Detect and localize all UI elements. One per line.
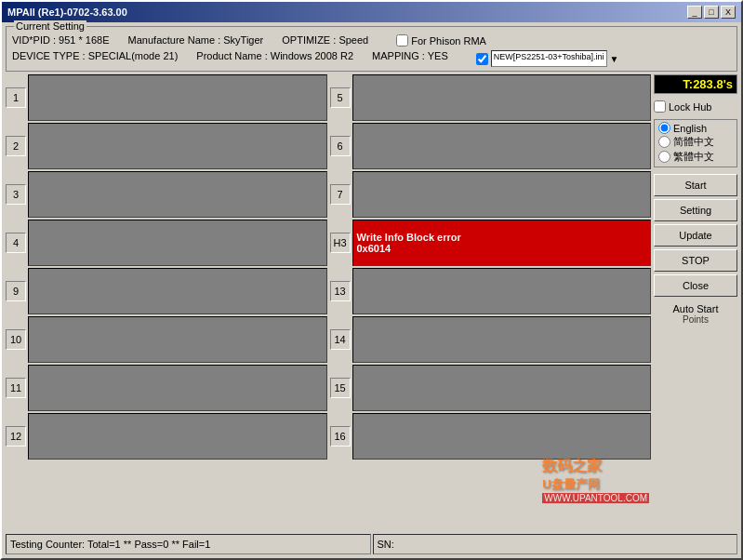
slot-row-h3: H3 Write Info Block error 0x6014: [330, 220, 652, 266]
timer-display: T:283.8's: [654, 74, 737, 94]
slot-row-1: 1: [6, 74, 327, 121]
left-slot-column: 1 2 3 4: [6, 74, 327, 531]
slot-button-h3[interactable]: H3: [330, 233, 351, 253]
slot-button-4[interactable]: 4: [6, 233, 26, 253]
slot-bar-11: [28, 365, 327, 411]
slot-button-11[interactable]: 11: [6, 378, 26, 398]
slot-bar-2: [28, 123, 327, 169]
slot-button-7[interactable]: 7: [330, 184, 351, 205]
radio-english-label: English: [673, 123, 707, 134]
slot-bar-13: [352, 268, 652, 314]
auto-start-sub: Points: [654, 314, 737, 325]
start-button[interactable]: Start: [654, 174, 737, 196]
panel-title: Current Setting: [14, 20, 86, 32]
info-row-2: DEVICE TYPE : SPECIAL(mode 21) Product N…: [12, 50, 731, 67]
slot-row-10: 10: [6, 316, 327, 363]
slot-button-1[interactable]: 1: [6, 87, 26, 108]
slot-button-10[interactable]: 10: [6, 329, 26, 350]
slot-button-9[interactable]: 9: [6, 281, 26, 301]
vid-pid: VID*PID : 951 * 168E: [12, 34, 110, 47]
slot-bar-5: [352, 74, 652, 121]
error-line1: Write Info Block error: [357, 232, 647, 243]
language-group: English 简體中文 繁體中文: [654, 119, 737, 167]
optimize: OPTIMIZE : Speed: [282, 34, 368, 47]
setting-button[interactable]: Setting: [654, 199, 737, 221]
info-row-1: VID*PID : 951 * 168E Manufacture Name : …: [12, 34, 731, 47]
right-slot-column: 5 6 7 H3 Write Info Block error: [330, 74, 652, 531]
slot-button-16[interactable]: 16: [330, 426, 351, 447]
slot-bar-10: [28, 316, 327, 363]
slot-row-7: 7: [330, 171, 652, 218]
slot-bar-15: [352, 365, 652, 411]
slot-row-4: 4: [6, 220, 327, 266]
main-window: MPAll (Re1)-0702-3.63.00 _ □ X Current S…: [0, 0, 743, 560]
slot-bar-3: [28, 171, 327, 218]
lock-hub-label: Lock Hub: [669, 101, 711, 113]
slot-bar-12: [28, 413, 327, 460]
radio-traditional-input[interactable]: [658, 151, 670, 163]
slot-row-2: 2: [6, 123, 327, 169]
minimize-button[interactable]: _: [687, 6, 702, 19]
window-title: MPAll (Re1)-0702-3.63.00: [7, 7, 127, 18]
auto-start-label: Auto Start: [654, 303, 737, 314]
slot-bar-16: [352, 413, 652, 460]
ini-dropdown[interactable]: NEW[PS2251-03+Toshiba].ini: [491, 50, 607, 67]
slot-button-5[interactable]: 5: [330, 87, 351, 108]
auto-start-area: Auto Start Points: [654, 303, 737, 325]
slot-button-14[interactable]: 14: [330, 329, 351, 350]
slot-button-13[interactable]: 13: [330, 281, 351, 301]
slot-bar-9: [28, 268, 327, 314]
slot-button-12[interactable]: 12: [6, 426, 26, 447]
lock-hub-row: Lock Hub: [654, 100, 737, 113]
slot-row-3: 3: [6, 171, 327, 218]
update-button[interactable]: Update: [654, 224, 737, 247]
status-bar: Testing Counter: Total=1 ** Pass=0 ** Fa…: [6, 534, 737, 554]
status-sn: SN:: [373, 534, 738, 554]
slot-bar-1: [28, 74, 327, 121]
radio-english-input[interactable]: [658, 122, 670, 134]
for-phison-rma-checkbox[interactable]: [396, 34, 408, 47]
maximize-button[interactable]: □: [704, 6, 719, 19]
mapping: MAPPING : YES: [372, 50, 448, 67]
slot-bar-14: [352, 316, 652, 363]
slot-bar-h3: Write Info Block error 0x6014: [352, 220, 652, 266]
radio-simplified-label: 简體中文: [673, 135, 714, 149]
status-counter: Testing Counter: Total=1 ** Pass=0 ** Fa…: [6, 534, 371, 554]
stop-button[interactable]: STOP: [654, 249, 737, 272]
slot-row-16: 16: [330, 413, 652, 460]
slot-button-15[interactable]: 15: [330, 378, 351, 398]
close-button[interactable]: X: [721, 6, 736, 19]
action-buttons: Start Setting Update STOP Close: [654, 174, 737, 297]
for-phison-rma-label: For Phison RMA: [411, 35, 486, 47]
main-area: 1 2 3 4: [6, 74, 737, 531]
dropdown-checkbox[interactable]: [476, 53, 488, 65]
slot-button-3[interactable]: 3: [6, 184, 26, 205]
radio-simplified-input[interactable]: [658, 136, 670, 148]
slot-button-2[interactable]: 2: [6, 136, 26, 156]
slot-row-12: 12: [6, 413, 327, 460]
window-controls: _ □ X: [687, 6, 736, 19]
radio-traditional: 繁體中文: [658, 150, 733, 164]
slot-row-5: 5: [330, 74, 652, 121]
slot-row-14: 14: [330, 316, 652, 363]
radio-traditional-label: 繁體中文: [673, 150, 714, 164]
current-setting-panel: Current Setting VID*PID : 951 * 168E Man…: [6, 26, 737, 72]
slot-row-13: 13: [330, 268, 652, 314]
slot-row-15: 15: [330, 365, 652, 411]
slot-row-9: 9: [6, 268, 327, 314]
product-name: Product Name : Windows 2008 R2: [196, 50, 353, 67]
manufacture-name: Manufacture Name : SkyTiger: [128, 34, 264, 47]
right-control-panel: T:283.8's Lock Hub English 简體中文: [654, 74, 737, 531]
close-button-main[interactable]: Close: [654, 274, 737, 297]
window-content: Current Setting VID*PID : 951 * 168E Man…: [2, 22, 741, 558]
lock-hub-checkbox[interactable]: [654, 100, 666, 113]
slot-row-11: 11: [6, 365, 327, 411]
slot-row-6: 6: [330, 123, 652, 169]
slot-button-6[interactable]: 6: [330, 136, 351, 156]
device-type: DEVICE TYPE : SPECIAL(mode 21): [12, 50, 178, 67]
radio-english: English: [658, 122, 733, 134]
title-bar: MPAll (Re1)-0702-3.63.00 _ □ X: [2, 2, 741, 22]
dropdown-arrow-icon[interactable]: ▼: [610, 54, 619, 64]
slot-bar-4: [28, 220, 327, 266]
slot-bar-6: [352, 123, 652, 169]
